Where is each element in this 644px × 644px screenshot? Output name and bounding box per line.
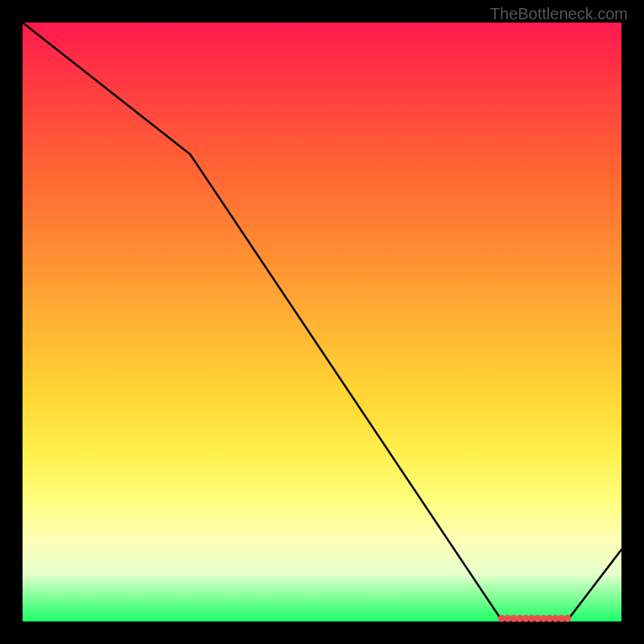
line-path [23,23,621,621]
chart-svg [23,23,621,621]
watermark-text: TheBottleneck.com [490,5,628,23]
line-series [23,23,621,621]
chart-plot-area [23,23,621,621]
data-marker [564,615,572,622]
